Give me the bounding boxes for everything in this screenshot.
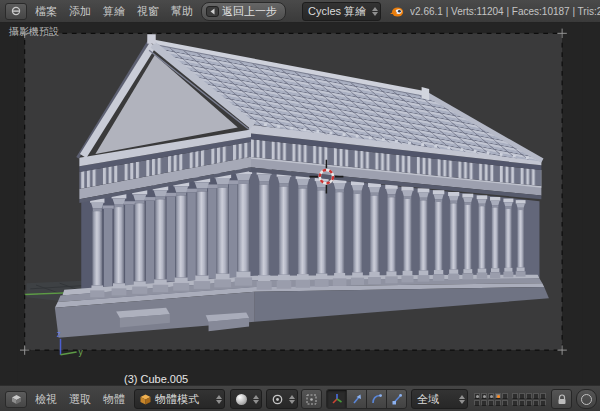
layer-cell[interactable] bbox=[519, 393, 525, 399]
blender-logo bbox=[389, 4, 404, 19]
center-points-icon bbox=[306, 394, 317, 405]
back-button-label: 返回上一步 bbox=[222, 4, 277, 19]
layer-cell[interactable] bbox=[481, 400, 487, 406]
menu-view3d-select[interactable]: 選取 bbox=[63, 392, 97, 407]
layer-cell[interactable] bbox=[526, 393, 532, 399]
back-button[interactable]: 返回上一步 bbox=[201, 2, 286, 21]
manipulator-axes-toggle[interactable] bbox=[326, 389, 347, 409]
manipulator-translate-toggle[interactable] bbox=[346, 389, 367, 409]
manipulator-scale-toggle[interactable] bbox=[386, 389, 407, 409]
view3d-header: 檢視 選取 物體 物體模式 bbox=[0, 385, 600, 411]
layers-block-2 bbox=[512, 393, 546, 406]
engine-select[interactable]: Cycles 算繪 bbox=[302, 2, 381, 21]
mode-value: 物體模式 bbox=[155, 392, 210, 407]
proportional-edit-button[interactable] bbox=[576, 389, 597, 409]
viewport-canvas: z y bbox=[0, 22, 600, 385]
rotate-arc-icon bbox=[371, 393, 383, 405]
layer-cell[interactable] bbox=[519, 400, 525, 406]
layer-cell[interactable] bbox=[474, 400, 480, 406]
layer-cell[interactable] bbox=[512, 400, 518, 406]
layer-cell[interactable] bbox=[526, 400, 532, 406]
pivot-center-icon bbox=[272, 394, 283, 405]
layer-cell[interactable] bbox=[512, 393, 518, 399]
manipulator-rotate-toggle[interactable] bbox=[366, 389, 387, 409]
menu-help[interactable]: 幫助 bbox=[165, 4, 199, 19]
orientation-stepper bbox=[459, 395, 465, 404]
engine-value: Cycles 算繪 bbox=[308, 4, 366, 19]
orientation-value: 全域 bbox=[417, 392, 453, 407]
menu-render[interactable]: 算繪 bbox=[97, 4, 131, 19]
scale-icon bbox=[391, 393, 403, 405]
gizmo-z-label: z bbox=[57, 329, 61, 339]
layer-cell[interactable] bbox=[488, 393, 494, 399]
3d-view-editor-icon bbox=[11, 394, 22, 405]
layer-cell-active[interactable] bbox=[495, 393, 501, 399]
manipulator-group bbox=[327, 389, 407, 409]
layers-widget bbox=[474, 393, 546, 406]
back-arrow-icon bbox=[206, 6, 219, 17]
layers-block-1 bbox=[474, 393, 508, 406]
axes-tripod-icon bbox=[331, 393, 343, 405]
shading-stepper bbox=[253, 395, 259, 404]
layer-cell[interactable] bbox=[481, 393, 487, 399]
menu-add[interactable]: 添加 bbox=[63, 4, 97, 19]
active-object-label: (3) Cube.005 bbox=[124, 373, 188, 385]
mode-stepper bbox=[216, 395, 222, 404]
view3d-editor-type-button[interactable] bbox=[5, 391, 27, 408]
viewport-3d[interactable]: 攝影機預設 (3) Cube.005 bbox=[0, 22, 600, 385]
center-points-toggle[interactable] bbox=[301, 389, 322, 409]
proportional-circle-icon bbox=[581, 394, 592, 405]
editor-type-button[interactable] bbox=[5, 3, 27, 20]
layer-cell[interactable] bbox=[474, 393, 480, 399]
pivot-stepper bbox=[289, 395, 295, 404]
layer-cell[interactable] bbox=[488, 400, 494, 406]
layer-cell[interactable] bbox=[540, 393, 546, 399]
orientation-select[interactable]: 全域 bbox=[411, 389, 468, 409]
blender-window: 檔案 添加 算繪 視窗 幫助 返回上一步 Cycles 算繪 v2.66.1 |… bbox=[0, 0, 600, 411]
info-editor-icon bbox=[11, 6, 21, 16]
menu-view3d-object[interactable]: 物體 bbox=[97, 392, 131, 407]
top-info-bar: 檔案 添加 算繪 視窗 幫助 返回上一步 Cycles 算繪 v2.66.1 |… bbox=[0, 0, 600, 23]
menu-view3d-view[interactable]: 檢視 bbox=[29, 392, 63, 407]
menu-file[interactable]: 檔案 bbox=[29, 4, 63, 19]
layer-cell[interactable] bbox=[502, 393, 508, 399]
translate-arrow-icon bbox=[351, 393, 363, 405]
layer-cell[interactable] bbox=[502, 400, 508, 406]
view-name-label: 攝影機預設 bbox=[9, 25, 59, 39]
shading-sphere-icon bbox=[236, 394, 247, 405]
menu-window[interactable]: 視窗 bbox=[131, 4, 165, 19]
lock-toggle[interactable] bbox=[551, 389, 572, 409]
layer-cell[interactable] bbox=[540, 400, 546, 406]
lock-icon bbox=[557, 394, 567, 405]
layer-cell[interactable] bbox=[495, 400, 501, 406]
engine-stepper bbox=[372, 7, 378, 16]
mode-select[interactable]: 物體模式 bbox=[134, 389, 225, 409]
object-mode-cube-icon bbox=[140, 394, 151, 405]
layer-cell[interactable] bbox=[533, 393, 539, 399]
shading-select[interactable] bbox=[230, 389, 262, 409]
pivot-select[interactable] bbox=[266, 389, 298, 409]
scene-stats: v2.66.1 | Verts:11204 | Faces:10187 | Tr… bbox=[410, 6, 600, 17]
layer-cell[interactable] bbox=[533, 400, 539, 406]
